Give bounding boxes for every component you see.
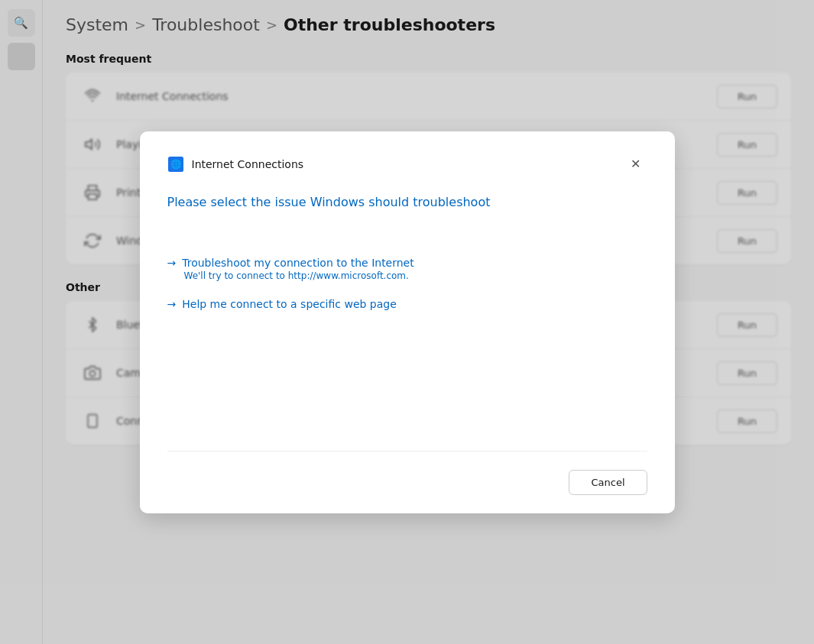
option2-link-text: Help me connect to a specific web page (182, 298, 397, 310)
dialog-option-2: → Help me connect to a specific web page (167, 298, 647, 310)
close-button[interactable]: ✕ (624, 153, 647, 176)
dialog-overlay: 🌐 Internet Connections ✕ Please select t… (0, 0, 814, 644)
troubleshoot-internet-link[interactable]: → Troubleshoot my connection to the Inte… (167, 257, 647, 269)
arrow-icon-2: → (167, 298, 177, 310)
dialog-title: Internet Connections (192, 158, 304, 170)
svg-text:🌐: 🌐 (170, 159, 181, 170)
dialog-option-1: → Troubleshoot my connection to the Inte… (167, 257, 647, 281)
dialog-header: 🌐 Internet Connections ✕ (167, 153, 647, 176)
dialog-options: → Troubleshoot my connection to the Inte… (167, 257, 647, 310)
arrow-icon-1: → (167, 257, 177, 269)
option1-link-text: Troubleshoot my connection to the Intern… (182, 257, 414, 269)
option1-desc: We'll try to connect to http://www.micro… (167, 270, 647, 281)
connect-webpage-link[interactable]: → Help me connect to a specific web page (167, 298, 647, 310)
dialog-footer: Cancel (167, 451, 647, 495)
dialog-prompt: Please select the issue Windows should t… (167, 194, 647, 211)
close-icon: ✕ (631, 157, 640, 171)
dialog-title-row: 🌐 Internet Connections (167, 156, 304, 173)
dialog: 🌐 Internet Connections ✕ Please select t… (140, 131, 675, 513)
cancel-button[interactable]: Cancel (569, 470, 647, 495)
dialog-app-icon: 🌐 (167, 156, 184, 173)
